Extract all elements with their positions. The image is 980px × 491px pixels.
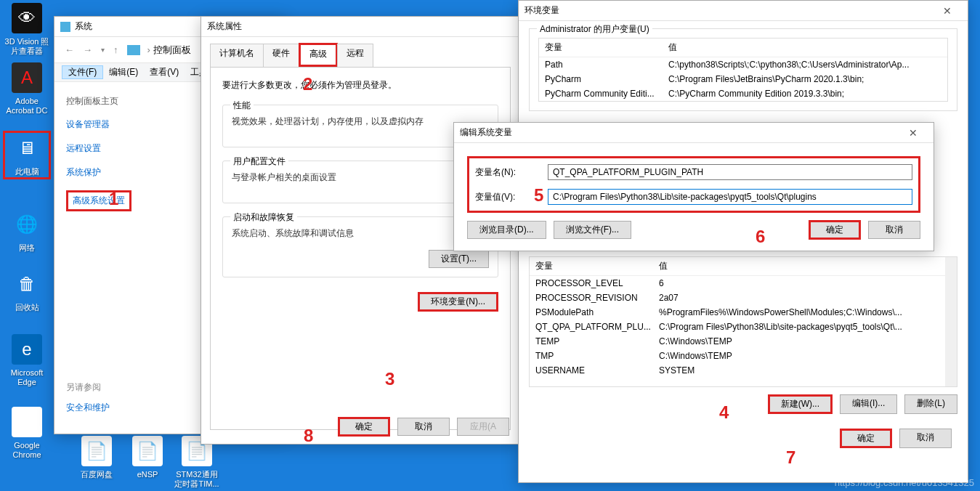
titlebar[interactable]: 环境变量 ✕ bbox=[519, 1, 968, 21]
forward-icon[interactable]: → bbox=[78, 44, 97, 55]
ok-button[interactable]: 确定 bbox=[338, 417, 390, 437]
tab[interactable]: 高级 bbox=[299, 43, 338, 67]
window-title: 环境变量 bbox=[525, 4, 933, 17]
ok-button[interactable]: 确定 bbox=[840, 429, 892, 448]
table-row[interactable]: PROCESSOR_REVISION2a07 bbox=[530, 291, 957, 305]
breadcrumb[interactable]: 控制面板 bbox=[153, 44, 191, 57]
close-icon[interactable]: ✕ bbox=[933, 5, 962, 17]
delete-button[interactable]: 删除(L) bbox=[904, 394, 957, 414]
env-vars-button[interactable]: 环境变量(N)... bbox=[418, 292, 498, 312]
user-vars-group: Administrator 的用户变量(U) 变量值 PathC:\python… bbox=[529, 28, 957, 111]
window-title: 编辑系统变量 bbox=[460, 126, 899, 139]
table-row[interactable]: PROCESSOR_LEVEL6 bbox=[530, 276, 957, 291]
desktop-icon[interactable]: 🌐网络 bbox=[3, 209, 51, 253]
tab-bar: 计算机名硬件高级远程 bbox=[201, 37, 519, 67]
menu-item[interactable]: 文件(F) bbox=[62, 65, 103, 79]
anno-4: 4 bbox=[719, 402, 729, 423]
see-also: 另请参阅 bbox=[66, 381, 110, 394]
scrollbar[interactable] bbox=[945, 257, 957, 386]
desktop-icon[interactable]: 🖥此电脑 bbox=[3, 131, 51, 179]
anno-5: 5 bbox=[534, 185, 543, 206]
desktop-icon[interactable]: 🗑回收站 bbox=[3, 269, 51, 313]
table-row[interactable]: PyCharmC:\Program Files\JetBrains\PyChar… bbox=[539, 72, 947, 86]
user-vars-table: 变量值 PathC:\python38\Scripts\;C:\python38… bbox=[538, 38, 948, 102]
desktop-icon[interactable]: AAdobe Acrobat DC bbox=[3, 62, 51, 116]
edit-button[interactable]: 编辑(I)... bbox=[840, 394, 897, 414]
sys-vars-group: 变量值 PROCESSOR_LEVEL6PROCESSOR_REVISION2a… bbox=[529, 256, 957, 387]
window-title: 系统属性 bbox=[207, 20, 514, 33]
cancel-button[interactable]: 取消 bbox=[899, 429, 952, 448]
tab[interactable]: 计算机名 bbox=[210, 44, 264, 68]
table-row[interactable]: PSModulePath%ProgramFiles%\WindowsPowerS… bbox=[530, 305, 957, 320]
var-val-input[interactable] bbox=[548, 189, 912, 205]
menu-item[interactable]: 查看(V) bbox=[144, 66, 185, 78]
titlebar[interactable]: 系统属性 bbox=[201, 17, 519, 37]
anno-1: 1 bbox=[109, 189, 118, 209]
dropdown-icon[interactable]: ▾ bbox=[97, 46, 109, 54]
close-icon[interactable]: ✕ bbox=[899, 127, 928, 139]
table-row[interactable]: PyCharm Community Editi...C:\PyCharm Com… bbox=[539, 86, 947, 101]
ok-button[interactable]: 确定 bbox=[809, 220, 861, 240]
var-name-label: 变量名(N): bbox=[475, 166, 548, 179]
browse-dir-button[interactable]: 浏览目录(D)... bbox=[467, 221, 546, 239]
anno-2: 2 bbox=[303, 74, 312, 94]
table-row[interactable]: TMPC:\Windows\TEMP bbox=[530, 349, 957, 363]
apply-button[interactable]: 应用(A bbox=[457, 418, 509, 436]
desktop-icon[interactable]: 📄eNSP bbox=[123, 436, 171, 480]
watermark: https://blog.csdn.net/u013541325 bbox=[835, 477, 974, 488]
menu-item[interactable]: 编辑(E) bbox=[103, 66, 144, 78]
table-row[interactable]: QT_QPA_PLATFORM_PLU...C:\Program Files\P… bbox=[530, 320, 957, 334]
anno-6: 6 bbox=[756, 227, 765, 247]
browse-file-button[interactable]: 浏览文件(F)... bbox=[554, 221, 631, 239]
table-row[interactable]: PathC:\python38\Scripts\;C:\python38\;C:… bbox=[539, 57, 947, 72]
sidebar-link[interactable]: 高级系统设置 bbox=[66, 190, 131, 211]
tab[interactable]: 硬件 bbox=[263, 44, 299, 68]
back-icon[interactable]: ← bbox=[60, 44, 78, 55]
anno-7: 7 bbox=[786, 447, 795, 468]
table-row[interactable]: USERNAMESYSTEM bbox=[530, 363, 957, 378]
desktop-icon[interactable]: 📄百度网盘 bbox=[73, 436, 121, 480]
cancel-button[interactable]: 取消 bbox=[868, 221, 920, 239]
desktop-icon[interactable]: 👁3D Vision 照片查看器 bbox=[3, 3, 51, 57]
cancel-button[interactable]: 取消 bbox=[397, 418, 450, 436]
app-icon bbox=[60, 22, 70, 32]
var-name-input[interactable] bbox=[548, 164, 912, 180]
desktop-icon[interactable]: eMicrosoft Edge bbox=[3, 334, 51, 388]
anno-8: 8 bbox=[304, 426, 313, 446]
desktop-icon[interactable]: ◐Google Chrome bbox=[3, 407, 51, 460]
admin-note: 要进行大多数更改，您必须作为管理员登录。 bbox=[222, 79, 498, 92]
pc-icon bbox=[127, 45, 140, 55]
titlebar[interactable]: 编辑系统变量 ✕ bbox=[454, 123, 934, 143]
security-link[interactable]: 安全和维护 bbox=[66, 401, 110, 415]
table-row[interactable]: TEMPC:\Windows\TEMP bbox=[530, 334, 957, 349]
tab[interactable]: 远程 bbox=[337, 44, 373, 68]
anno-3: 3 bbox=[385, 369, 394, 389]
up-icon[interactable]: ↑ bbox=[109, 44, 123, 55]
new-button[interactable]: 新建(W)... bbox=[768, 394, 833, 414]
edit-var-window: 编辑系统变量 ✕ 变量名(N): 变量值(V): 浏览目录(D)... 浏览文件… bbox=[453, 122, 934, 251]
